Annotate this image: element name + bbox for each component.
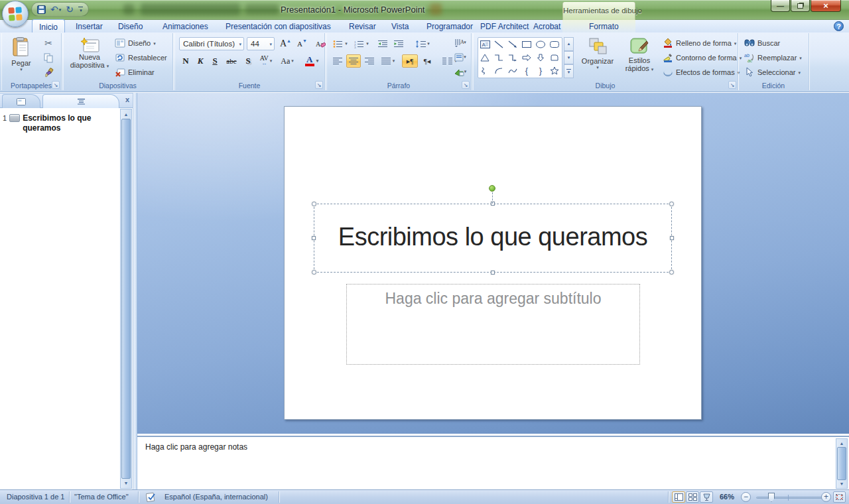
panel-close-button[interactable]: x — [125, 96, 129, 103]
paste-button[interactable]: Pegar ▾ — [5, 34, 37, 80]
qat-customize-button[interactable]: ▾ — [78, 7, 83, 13]
shape-curve[interactable] — [506, 64, 519, 77]
resize-handle-bottom-right[interactable] — [669, 270, 674, 275]
tab-formato[interactable]: Formato — [582, 20, 625, 32]
font-color-button[interactable]: A▾ — [301, 54, 322, 68]
numbering-button[interactable]: 123▾ — [352, 37, 371, 50]
new-slide-button[interactable]: Nuevadiapositiva ▾ — [70, 34, 109, 81]
tab-slides-thumbnails[interactable] — [2, 94, 40, 108]
tab-inicio[interactable]: Inicio — [32, 19, 65, 32]
shape-rounded-rectangle[interactable] — [548, 38, 561, 50]
slide-layout-button[interactable]: Diseño▾ — [115, 38, 156, 48]
arrange-button[interactable]: Organizar ▾ — [576, 34, 619, 81]
paragraph-dialog-launcher[interactable]: ↘ — [462, 81, 470, 89]
shape-left-brace[interactable]: { — [520, 64, 533, 77]
redo-button[interactable]: ↻ — [66, 5, 74, 14]
text-direction-button[interactable]: A▾ — [451, 36, 470, 48]
shape-outline-button[interactable]: Contorno de forma▾ — [663, 52, 742, 63]
delete-slide-button[interactable]: Eliminar — [115, 67, 155, 78]
bullets-button[interactable]: ▾ — [330, 37, 350, 50]
shape-arc[interactable] — [492, 64, 505, 77]
resize-handle-top-right[interactable] — [669, 202, 674, 206]
shape-rectangle[interactable] — [520, 38, 533, 50]
quick-styles-button[interactable]: Estilosrápidos ▾ — [620, 34, 659, 81]
rtl-direction-button[interactable]: ¶◂ — [419, 54, 435, 68]
zoom-slider-track[interactable] — [756, 497, 822, 499]
slide-title-text[interactable]: Escribimos lo que queramos — [314, 223, 671, 251]
normal-view-button[interactable] — [672, 491, 685, 503]
zoom-slider-thumb[interactable] — [768, 493, 775, 502]
tab-acrobat[interactable]: Acrobat — [527, 20, 567, 32]
resize-handle-top-left[interactable] — [312, 202, 316, 206]
resize-handle-top[interactable] — [491, 202, 495, 206]
format-painter-button[interactable] — [41, 66, 56, 79]
grow-font-button[interactable]: A▲ — [278, 37, 293, 50]
shape-effects-button[interactable]: Efectos de formas▾ — [663, 67, 740, 78]
ltr-direction-button[interactable]: ▸¶ — [402, 54, 418, 68]
office-button[interactable] — [2, 1, 29, 27]
gallery-more-button[interactable]: ▼ — [564, 64, 574, 78]
font-size-select[interactable]: 44▾ — [247, 37, 275, 50]
bold-button[interactable]: N — [179, 54, 192, 68]
shape-fill-button[interactable]: Relleno de forma▾ — [663, 38, 736, 48]
notes-scrollbar-thumb[interactable] — [837, 447, 846, 480]
underline-button[interactable]: S — [208, 54, 222, 68]
convert-to-smartart-button[interactable]: ▾ — [451, 66, 470, 78]
tab-diseno[interactable]: Diseño — [111, 20, 149, 32]
notes-scrollbar[interactable]: ▲ ▼ — [836, 438, 848, 489]
zoom-out-button[interactable]: − — [741, 492, 751, 502]
close-button[interactable]: × — [811, 0, 841, 12]
change-case-button[interactable]: Aa▾ — [277, 54, 297, 68]
shape-scribble[interactable] — [478, 64, 491, 77]
tab-revisar[interactable]: Revisar — [342, 20, 383, 32]
justify-button[interactable]: ▾ — [378, 54, 398, 68]
zoom-level-indicator[interactable]: 66% — [720, 493, 734, 501]
shape-elbow-arrow-connector[interactable] — [506, 51, 519, 64]
tab-outline[interactable] — [42, 94, 119, 108]
italic-button[interactable]: K — [194, 54, 207, 68]
character-spacing-button[interactable]: AV↔▾ — [256, 54, 276, 68]
drawing-dialog-launcher[interactable]: ↘ — [728, 81, 736, 89]
tab-presentacion-con-diapositivas[interactable]: Presentación con diapositivas — [219, 20, 338, 32]
slide-title-placeholder[interactable]: Escribimos lo que queramos — [314, 204, 672, 273]
tab-insertar[interactable]: Insertar — [69, 20, 109, 32]
gallery-scroll-up-button[interactable]: ▲ — [564, 37, 574, 51]
rotate-handle[interactable] — [489, 185, 495, 192]
shrink-font-button[interactable]: A▼ — [294, 37, 310, 50]
resize-handle-right[interactable] — [670, 236, 674, 240]
tab-animaciones[interactable]: Animaciones — [156, 20, 215, 32]
cut-button[interactable]: ✂ — [41, 36, 56, 50]
slide-indicator[interactable]: Diapositiva 1 de 1 — [7, 493, 64, 501]
shape-elbow-connector[interactable] — [492, 51, 505, 64]
theme-indicator[interactable]: "Tema de Office" — [74, 493, 129, 501]
align-right-button[interactable] — [362, 54, 377, 68]
shape-line[interactable] — [492, 38, 505, 50]
strikethrough-button[interactable]: abc — [223, 54, 240, 68]
zoom-in-button[interactable]: + — [821, 492, 831, 502]
select-button[interactable]: Seleccionar▾ — [744, 67, 801, 78]
text-shadow-button[interactable]: S — [241, 54, 255, 68]
shape-right-arrow[interactable] — [520, 51, 533, 64]
resize-handle-bottom-left[interactable] — [312, 270, 316, 275]
shape-textbox[interactable]: A — [478, 38, 491, 50]
font-family-select[interactable]: Calibri (Títulos)▾ — [179, 37, 244, 50]
find-button[interactable]: Buscar — [744, 38, 780, 48]
outline-scrollbar-thumb[interactable] — [121, 119, 131, 479]
font-dialog-launcher[interactable]: ↘ — [315, 81, 323, 89]
shape-triangle[interactable] — [478, 51, 491, 64]
shape-arrow[interactable] — [506, 38, 519, 50]
clipboard-dialog-launcher[interactable]: ↘ — [52, 81, 60, 89]
shape-down-arrow[interactable] — [534, 51, 547, 64]
save-button[interactable] — [37, 5, 46, 14]
slide-subtitle-placeholder[interactable]: Haga clic para agregar subtítulo — [346, 284, 640, 365]
gallery-scroll-down-button[interactable]: ▼ — [564, 51, 574, 65]
tab-vista[interactable]: Vista — [385, 20, 415, 32]
decrease-indent-button[interactable] — [375, 37, 390, 50]
shape-oval[interactable] — [534, 38, 547, 50]
language-indicator[interactable]: Español (España, internacional) — [164, 493, 268, 501]
resize-handle-left[interactable] — [312, 236, 316, 240]
spellcheck-indicator[interactable] — [146, 492, 156, 502]
outline-panel-scrollbar[interactable]: ▲ ▼ — [120, 109, 132, 489]
slide-sorter-view-button[interactable] — [686, 491, 699, 503]
fit-slide-to-window-button[interactable] — [833, 491, 846, 503]
